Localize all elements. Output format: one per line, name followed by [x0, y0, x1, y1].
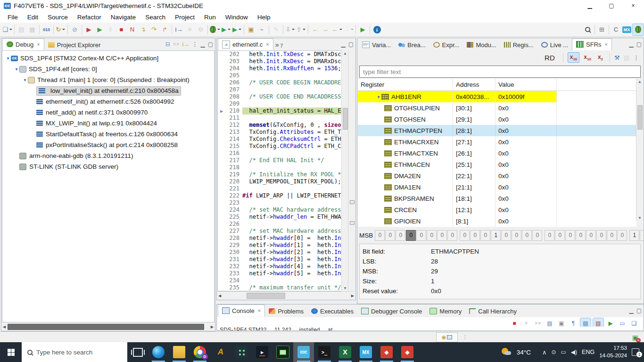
- code-line-230[interactable]: 230 netif->hwaddr[2] = heth.Init: [218, 249, 342, 256]
- search-wand-button[interactable]: ⌁: [256, 24, 267, 35]
- menu-run[interactable]: Run: [199, 13, 221, 22]
- bit-cell-24[interactable]: 1: [629, 230, 639, 241]
- close-tab-icon[interactable]: ×: [258, 308, 261, 313]
- sfr-tab-varia[interactable]: (x)=Varia...: [358, 39, 395, 50]
- skip-all-breakpoints-button[interactable]: ⊘: [69, 24, 80, 35]
- menu-search[interactable]: Search: [140, 13, 170, 22]
- breakpoint-gutter[interactable]: [218, 277, 225, 284]
- code-line-204[interactable]: 204 heth.Init.RxBuffLen = 1536;: [218, 65, 342, 72]
- code-line-228[interactable]: 228 netif->hwaddr[0] = heth.Init: [218, 235, 342, 242]
- breakpoint-gutter[interactable]: [218, 115, 225, 122]
- menu-file[interactable]: File: [3, 13, 23, 22]
- sfr-row-dma2en[interactable]: DMA2EN[22:1]0x0: [358, 170, 636, 181]
- debug-perspective-button[interactable]: [632, 24, 644, 36]
- binary-view-button[interactable]: 010: [41, 24, 52, 35]
- mx-perspective-button[interactable]: MX: [621, 24, 632, 35]
- bit-cell-23[interactable]: 0: [617, 230, 627, 241]
- bit-cell-3[interactable]: 0: [406, 230, 416, 241]
- sfr-tab-live[interactable]: Live ...: [537, 39, 572, 50]
- language-indicator[interactable]: ENG: [582, 349, 594, 355]
- code-line-205[interactable]: 205: [218, 72, 342, 79]
- previous-annotation-dropdown-icon[interactable]: [303, 29, 305, 32]
- search-button[interactable]: [582, 24, 593, 35]
- breakpoint-gutter[interactable]: [218, 256, 225, 263]
- back-history-dropdown-icon[interactable]: [339, 29, 342, 32]
- bit-cell-13[interactable]: 0: [512, 230, 521, 241]
- menu-refactor[interactable]: Refactor: [73, 13, 106, 22]
- maximize-editor-icon[interactable]: ▢: [348, 41, 354, 48]
- bit-cell-11[interactable]: 1: [491, 230, 501, 241]
- bit-cell-2[interactable]: 0: [396, 230, 405, 241]
- sfr-row-ethmacrxen[interactable]: ETHMACRXEN[27:1]0x0: [358, 136, 636, 148]
- app-arrow-taskbar-button[interactable]: ▸: [252, 342, 272, 362]
- debug-tree-item[interactable]: StartDefaultTask() at freertos.c:126 0x8…: [2, 129, 214, 140]
- breakpoint-gutter[interactable]: [218, 199, 225, 206]
- build-dropdown-icon[interactable]: [62, 29, 65, 32]
- code-line-202[interactable]: 202 heth.Init.TxDesc = DMATxDscrT: [218, 51, 342, 58]
- close-editor-icon[interactable]: ×: [266, 41, 269, 47]
- console-tab-console[interactable]: Console×: [218, 304, 265, 317]
- sfr-row-ethmactxen[interactable]: ETHMACTXEN[26:1]0x0: [358, 148, 636, 159]
- breakpoint-gutter[interactable]: [218, 263, 225, 270]
- code-line-225[interactable]: 225 netif->hwaddr_len = ETH_HWADD: [218, 214, 342, 221]
- new-wizard-button[interactable]: ❏: [2, 24, 13, 35]
- sfr-vscrollbar[interactable]: ▲ ▼: [636, 79, 643, 221]
- breakpoint-gutter[interactable]: [218, 65, 225, 72]
- disconnect-button[interactable]: N: [127, 24, 138, 35]
- code-line-235[interactable]: 235 /* maximum transfer unit */: [218, 284, 342, 291]
- breakpoint-gutter[interactable]: [218, 79, 225, 86]
- breakpoint-gutter[interactable]: [218, 178, 225, 185]
- code-line-226[interactable]: 226: [218, 221, 342, 228]
- maximize-console-icon[interactable]: ▢: [636, 307, 642, 314]
- bit-cell-9[interactable]: 0: [470, 230, 480, 241]
- code-line-234[interactable]: 234: [218, 277, 342, 284]
- breakpoint-gutter[interactable]: [218, 51, 225, 58]
- taskbar-search[interactable]: Type here to search: [22, 342, 127, 362]
- step-over-button[interactable]: ↷: [149, 24, 159, 35]
- code-line-214[interactable]: 214 TxConfig.ChecksumCtrl = ETH_C: [218, 136, 342, 143]
- expand-chevron-icon[interactable]: ▾: [376, 94, 381, 99]
- edge-taskbar-button[interactable]: [148, 342, 169, 362]
- breakpoint-gutter[interactable]: [218, 150, 225, 157]
- expand-chevron-icon[interactable]: ▾: [22, 77, 28, 82]
- breakpoint-gutter[interactable]: [218, 228, 225, 235]
- menu-navigate[interactable]: Navigate: [106, 13, 140, 22]
- code-line-232[interactable]: 232 netif->hwaddr[4] = heth.Init: [218, 263, 342, 270]
- breakpoint-gutter[interactable]: [218, 214, 225, 221]
- breakpoint-gutter[interactable]: [218, 249, 225, 256]
- run-button[interactable]: ▶: [221, 24, 231, 35]
- tray-overflow-chevron[interactable]: ∧: [542, 349, 547, 356]
- previous-annotation-button[interactable]: ⇧: [296, 24, 306, 35]
- altium-taskbar-button[interactable]: A: [210, 342, 231, 362]
- bit-cell-1[interactable]: 0: [385, 230, 395, 241]
- bit-cell-17[interactable]: 0: [555, 230, 565, 241]
- ruler-marker[interactable]: [350, 200, 355, 204]
- task-view-button[interactable]: [127, 342, 148, 362]
- menu-project[interactable]: Project: [170, 13, 199, 22]
- code-line-227[interactable]: 227 /* set MAC hardware address *: [218, 228, 342, 235]
- overview-ruler[interactable]: [348, 50, 355, 291]
- sfr-row-ethmacptpen[interactable]: ETHMACPTPEN[28:1]0x0: [358, 125, 636, 136]
- breakpoint-gutter[interactable]: [218, 185, 225, 192]
- console-tab-memory[interactable]: Memory: [426, 305, 465, 317]
- code-line-206[interactable]: 206 /* USER CODE BEGIN MACADDRESS: [218, 79, 342, 86]
- code-line-210[interactable]: ▶210 hal_eth_init_status = HAL_ETH: [218, 107, 342, 115]
- debug-tree-item[interactable]: ST-LINK (ST-LINK GDB server): [2, 161, 214, 172]
- breakpoint-gutter[interactable]: [218, 72, 225, 79]
- radix-x2-button[interactable]: x2: [595, 52, 605, 63]
- minimize-editor-icon[interactable]: ▁: [341, 41, 345, 48]
- menu-window[interactable]: Window: [221, 13, 253, 22]
- bit-cell-16[interactable]: 0: [545, 230, 554, 241]
- minimize-window-button[interactable]: ▁: [579, 0, 601, 11]
- sfr-tab-sfrs[interactable]: SFRs×: [572, 38, 612, 50]
- breakpoint-gutter[interactable]: [218, 86, 225, 93]
- back-history-button[interactable]: ←: [331, 24, 343, 35]
- bit-cell-19[interactable]: 0: [576, 230, 586, 241]
- console-tab-debugger-console[interactable]: Debugger Console: [357, 305, 426, 317]
- debug-tree-item[interactable]: ▾SDS_1PF4.elf [cores: 0]: [2, 64, 214, 74]
- breakpoint-gutter[interactable]: [218, 100, 225, 107]
- chrome-taskbar-button[interactable]: D: [190, 342, 210, 362]
- minimize-sfr-icon[interactable]: ▁: [629, 41, 633, 48]
- bit-cell-12[interactable]: 0: [501, 230, 511, 241]
- configure-icon[interactable]: ⚒: [614, 54, 620, 61]
